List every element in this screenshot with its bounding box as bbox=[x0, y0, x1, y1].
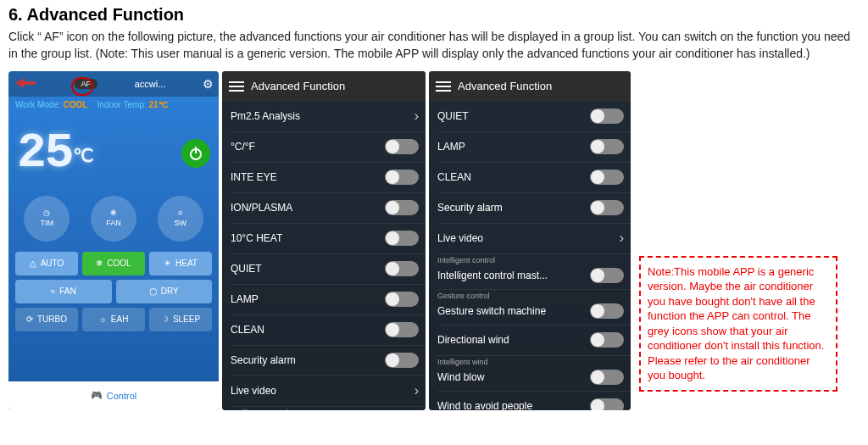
af-item-label: Gesture switch machine bbox=[437, 305, 546, 317]
svg-rect-1 bbox=[195, 147, 197, 153]
chevron-right-icon: › bbox=[415, 108, 419, 124]
af-item[interactable]: QUIET bbox=[437, 102, 631, 132]
af-item[interactable]: °C/°F bbox=[231, 132, 426, 163]
toggle-switch[interactable] bbox=[590, 268, 624, 283]
af-item-label: INTE EYE bbox=[231, 171, 277, 183]
mode-sleep[interactable]: ☽SLEEP bbox=[149, 308, 212, 331]
mode-cool[interactable]: ❄COOL bbox=[82, 252, 145, 275]
fan-label: FAN bbox=[106, 219, 121, 227]
af-item[interactable]: ION/PLASMA bbox=[231, 193, 426, 224]
af-item-label: CLEAN bbox=[437, 171, 471, 183]
af-item[interactable]: Intelligent windWind blow bbox=[437, 356, 631, 392]
auto-label: AUTO bbox=[41, 259, 64, 268]
toggle-switch[interactable] bbox=[590, 370, 624, 385]
advanced-function-overlay-2: Advanced Function QUIETLAMPCLEANSecurity… bbox=[429, 71, 631, 410]
toggle-switch[interactable] bbox=[590, 200, 624, 215]
af-item[interactable]: Gesture controlGesture switch machine bbox=[437, 290, 631, 325]
mode-eah[interactable]: ☼EAH bbox=[82, 308, 145, 331]
set-temp-value: 25 bbox=[17, 125, 73, 181]
screenshot-af-list-2: Advanced Function QUIETLAMPCLEANSecurity… bbox=[429, 71, 631, 410]
af-item[interactable]: 10°C HEAT bbox=[231, 224, 426, 254]
power-button[interactable] bbox=[181, 139, 210, 168]
toggle-switch[interactable] bbox=[590, 170, 624, 185]
af-item[interactable]: Wind to avoid people bbox=[437, 392, 631, 410]
toggle-switch[interactable] bbox=[590, 398, 624, 410]
af-item-label: Security alarm bbox=[437, 202, 503, 214]
af-label: AF bbox=[81, 80, 92, 88]
fan-button[interactable]: ❋FAN bbox=[91, 196, 136, 242]
af-item-label: Intelligent control mast... bbox=[437, 270, 548, 281]
toggle-switch[interactable] bbox=[385, 353, 419, 368]
af-item-sublabel: Intelligent control bbox=[437, 256, 495, 264]
gear-icon[interactable]: ⚙ bbox=[203, 77, 214, 91]
toggle-switch[interactable] bbox=[385, 231, 419, 246]
af-item[interactable]: Live video› bbox=[231, 376, 426, 407]
af-item-label: LAMP bbox=[231, 293, 259, 305]
af-item-label: QUIET bbox=[231, 263, 262, 275]
status-temp-value: 21℃ bbox=[149, 100, 168, 109]
overlay-title: Advanced Function bbox=[458, 80, 552, 92]
af-item-label: Live video bbox=[437, 232, 483, 244]
back-icon[interactable] bbox=[14, 76, 37, 92]
af-item-label: Directional wind bbox=[437, 334, 509, 346]
menu-icon[interactable] bbox=[229, 81, 244, 92]
quick-controls: ◷TIM ❋FAN ≡SW bbox=[8, 189, 219, 247]
af-item-label: CLEAN bbox=[231, 324, 264, 336]
timer-button[interactable]: ◷TIM bbox=[24, 196, 70, 242]
af-item[interactable]: INTE EYE bbox=[231, 163, 426, 193]
bottom-tab-control[interactable]: 🎮 Control bbox=[8, 381, 219, 410]
intro-paragraph: Click “ AF” icon on the following pictur… bbox=[8, 28, 860, 63]
toggle-switch[interactable] bbox=[590, 332, 624, 348]
af-item-sublabel: Intelligent control bbox=[231, 409, 288, 410]
mode-heat[interactable]: ☀HEAT bbox=[149, 252, 212, 275]
af-item[interactable]: LAMP bbox=[437, 132, 631, 163]
af-item[interactable]: Pm2.5 Analysis› bbox=[231, 102, 426, 132]
af-item[interactable]: LAMP bbox=[231, 285, 426, 315]
af-item-label: 10°C HEAT bbox=[231, 232, 282, 244]
toggle-switch[interactable] bbox=[385, 170, 419, 185]
toggle-switch[interactable] bbox=[590, 108, 624, 124]
section-title: 6. Advanced Function bbox=[8, 5, 860, 25]
doc-header: 6. Advanced Function Click “ AF” icon on… bbox=[0, 0, 868, 66]
wind-icon: ≈ bbox=[51, 286, 56, 296]
mode-dry[interactable]: ▢DRY bbox=[116, 280, 213, 303]
turbo-label: TURBO bbox=[37, 314, 67, 324]
eah-icon: ☼ bbox=[99, 314, 107, 324]
app-topbar: AF accwi... ⚙ bbox=[8, 71, 219, 97]
af-item[interactable]: CLEAN bbox=[231, 315, 426, 346]
swing-button[interactable]: ≡SW bbox=[158, 196, 203, 242]
toggle-switch[interactable] bbox=[385, 200, 419, 215]
mode-auto[interactable]: △AUTO bbox=[15, 252, 78, 275]
af-item[interactable]: Live video› bbox=[437, 224, 631, 254]
mode-fan[interactable]: ≈FAN bbox=[15, 280, 112, 303]
af-item-sublabel: Intelligent wind bbox=[437, 358, 488, 366]
screenshots-row: AF accwi... ⚙ Work Mode: COOL Indoor Tem… bbox=[0, 66, 868, 410]
toggle-switch[interactable] bbox=[385, 261, 419, 276]
af-item[interactable]: QUIET bbox=[231, 254, 426, 285]
dry-label: DRY bbox=[161, 286, 179, 296]
toggle-switch[interactable] bbox=[385, 292, 419, 307]
af-item-label: °C/°F bbox=[231, 141, 255, 153]
af-item[interactable]: Security alarm bbox=[231, 346, 426, 376]
snowflake-icon: ❄ bbox=[96, 259, 103, 268]
af-item[interactable]: Security alarm bbox=[437, 193, 631, 224]
mode-turbo[interactable]: ⟳TURBO bbox=[15, 308, 78, 331]
moon-icon: ☽ bbox=[161, 314, 169, 324]
menu-icon[interactable] bbox=[436, 81, 451, 92]
toggle-switch[interactable] bbox=[385, 322, 419, 337]
toggle-switch[interactable] bbox=[385, 139, 419, 154]
overlay-list: QUIETLAMPCLEANSecurity alarmLive video›I… bbox=[429, 102, 631, 410]
status-mode-value: COOL bbox=[64, 100, 88, 109]
af-item[interactable]: Directional wind bbox=[437, 325, 631, 356]
af-item[interactable]: Intelligent controlIntelligent control m… bbox=[437, 254, 631, 290]
toggle-switch[interactable] bbox=[590, 139, 624, 154]
device-name[interactable]: accwi... bbox=[135, 79, 166, 89]
af-item[interactable]: Intelligent controlIntelligent control m… bbox=[231, 407, 426, 410]
toggle-switch[interactable] bbox=[590, 303, 624, 319]
af-button[interactable]: AF bbox=[75, 79, 98, 89]
cool-label: COOL bbox=[107, 259, 131, 268]
clock-icon: ◷ bbox=[43, 209, 50, 217]
sun-icon: ☀ bbox=[164, 259, 171, 268]
overlay-header: Advanced Function bbox=[222, 71, 426, 102]
af-item[interactable]: CLEAN bbox=[437, 163, 631, 193]
